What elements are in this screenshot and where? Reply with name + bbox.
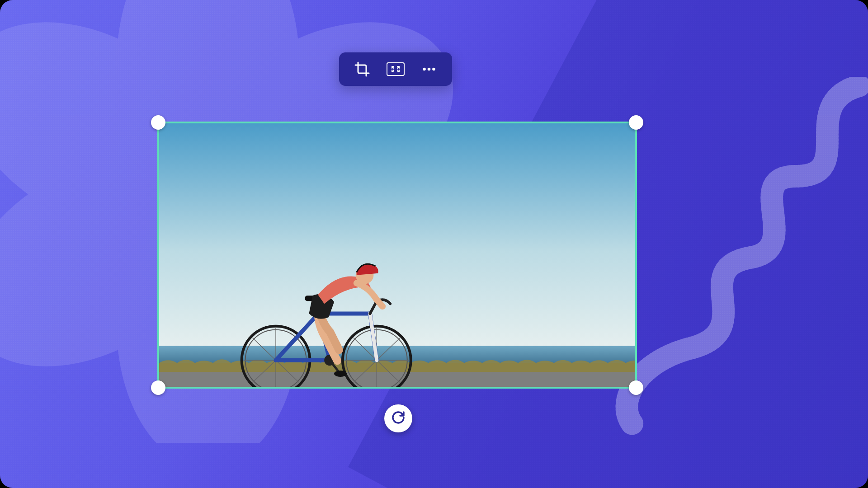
fit-screen-button[interactable] (386, 60, 405, 79)
resize-handle-top-left[interactable] (151, 115, 165, 130)
image-toolbar (339, 52, 452, 86)
resize-handle-bottom-right[interactable] (629, 380, 643, 395)
resize-handle-bottom-left[interactable] (151, 380, 165, 395)
rotate-icon (391, 410, 406, 427)
svg-point-7 (423, 68, 426, 71)
more-icon (421, 61, 437, 77)
svg-point-46 (334, 371, 347, 377)
resize-handle-top-right[interactable] (629, 115, 643, 130)
crop-selection-frame[interactable] (157, 122, 637, 389)
rotate-button[interactable] (384, 404, 412, 432)
svg-point-9 (432, 68, 435, 71)
svg-rect-6 (387, 63, 404, 75)
fit-screen-icon (386, 62, 405, 76)
crop-icon (354, 61, 370, 77)
selected-image[interactable] (159, 123, 635, 387)
svg-rect-13 (159, 372, 635, 387)
decorative-squiggle (606, 77, 868, 438)
crop-button[interactable] (353, 60, 372, 79)
svg-point-8 (428, 68, 431, 71)
editor-canvas (0, 0, 868, 488)
svg-rect-10 (159, 123, 635, 356)
more-options-button[interactable] (420, 60, 439, 79)
